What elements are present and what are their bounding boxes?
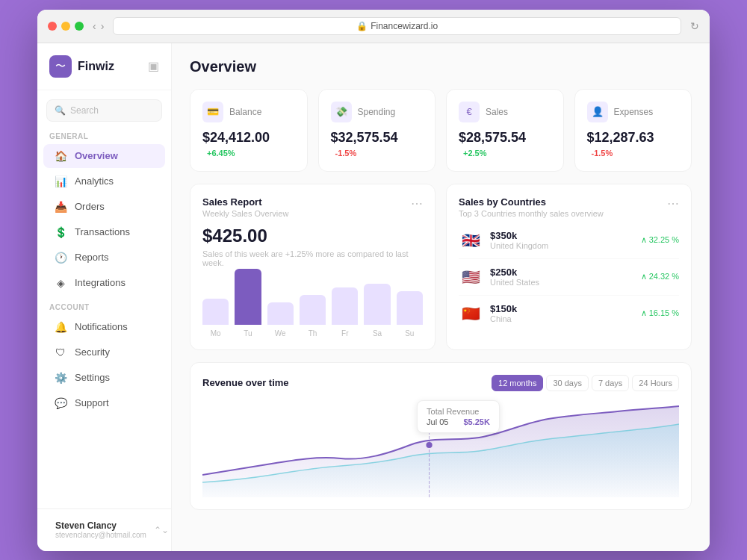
sidebar-label-notifications: Notifications <box>75 321 128 332</box>
metric-card-sales: € Sales $28,575.54 +2.5% <box>446 89 564 172</box>
home-icon: 🏠 <box>54 150 67 162</box>
filter-24hours[interactable]: 24 Hours <box>632 375 679 391</box>
bar-label-sa: Sa <box>373 329 382 337</box>
bar-label-th: Th <box>309 329 317 337</box>
flag-uk: 🇬🇧 <box>459 228 483 252</box>
country-item-cn: 🇨🇳 $150k China ∧ 16.15 % <box>459 296 679 332</box>
country-amount-cn: $150k <box>490 303 633 314</box>
revenue-title: Revenue over time <box>202 377 289 388</box>
country-item-us: 🇺🇸 $250k United States ∧ 24.32 % <box>459 259 679 296</box>
settings-icon: ⚙️ <box>54 372 67 384</box>
country-name-us: United States <box>490 278 633 287</box>
sidebar-item-security[interactable]: 🛡 Security <box>43 340 165 364</box>
tooltip-date: Jul 05 <box>427 417 448 426</box>
countries-subtitle: Top 3 Countries monthly sales overview <box>459 209 604 218</box>
logo-icon: 〜 <box>49 55 72 78</box>
sales-report-title: Sales Report <box>202 196 288 208</box>
sidebar-label-settings: Settings <box>75 372 110 383</box>
bar-sa <box>364 284 390 325</box>
sidebar-item-overview[interactable]: 🏠 Overview <box>43 144 165 168</box>
country-name-uk: United Kingdom <box>490 241 633 250</box>
sidebar-item-support[interactable]: 💬 Support <box>43 391 165 415</box>
bar-col-th: Th <box>300 295 326 337</box>
bar-tu <box>235 269 261 325</box>
url-text: Financewizard.io <box>371 21 438 31</box>
bar-mo <box>202 299 229 325</box>
sales-report-panel: Sales Report Weekly Sales Overview ⋯ $42… <box>190 184 436 350</box>
revenue-tooltip: Total Revenue Jul 05 $5.25K <box>417 400 500 433</box>
orders-icon: 📥 <box>54 201 67 213</box>
sales-report-note: Sales of this week are +1.25% more as co… <box>202 249 423 267</box>
minimize-button[interactable] <box>61 22 70 31</box>
search-placeholder: Search <box>70 105 99 116</box>
address-bar[interactable]: 🔒 Financewizard.io <box>113 17 681 35</box>
notifications-icon: 🔔 <box>54 321 67 333</box>
sidebar-item-orders[interactable]: 📥 Orders <box>43 195 165 219</box>
metric-card-spending: 💸 Spending $32,575.54 -1.5% <box>318 89 436 172</box>
bar-label-fr: Fr <box>341 329 348 337</box>
sidebar-item-analytics[interactable]: 📊 Analytics <box>43 169 165 193</box>
analytics-icon: 📊 <box>54 175 67 187</box>
sidebar-item-settings[interactable]: ⚙️ Settings <box>43 366 165 390</box>
spending-icon: 💸 <box>331 102 352 122</box>
bar-col-tu: Tu <box>235 269 261 337</box>
sales-icon: € <box>459 102 480 122</box>
sidebar-item-integrations[interactable]: ◈ Integrations <box>43 271 165 295</box>
sidebar-item-reports[interactable]: 🕐 Reports <box>43 246 165 270</box>
sidebar: 〜 Finwiz ▣ 🔍 Search General 🏠 Overview 📊… <box>37 43 172 551</box>
bar-col-we: We <box>267 302 294 337</box>
expenses-change: -1.5% <box>592 149 613 158</box>
tooltip-label: Total Revenue <box>427 407 490 416</box>
bar-fr <box>332 287 358 325</box>
balance-icon: 💳 <box>202 102 223 122</box>
country-info-uk: $350k United Kingdom <box>490 230 633 250</box>
svg-point-1 <box>426 442 432 448</box>
flag-cn: 🇨🇳 <box>459 302 483 326</box>
sidebar-item-notifications[interactable]: 🔔 Notifications <box>43 315 165 339</box>
country-change-cn: ∧ 16.15 % <box>641 308 679 318</box>
country-info-cn: $150k China <box>490 303 633 323</box>
lock-icon: 🔒 <box>356 21 368 31</box>
general-section-label: General <box>37 125 171 143</box>
transactions-icon: 💲 <box>54 226 67 238</box>
nav-forward-icon[interactable]: › <box>101 20 105 32</box>
nav-back-icon[interactable]: ‹ <box>93 20 96 32</box>
country-amount-us: $250k <box>490 267 633 278</box>
sidebar-label-support: Support <box>75 397 109 408</box>
revenue-chart-area: Total Revenue Jul 05 $5.25K <box>202 400 679 497</box>
bar-su <box>397 291 423 325</box>
bar-we <box>267 302 294 325</box>
countries-menu-icon[interactable]: ⋯ <box>667 196 679 211</box>
expenses-icon: 👤 <box>587 102 608 122</box>
sales-report-menu-icon[interactable]: ⋯ <box>411 196 423 211</box>
bottom-panels: Sales Report Weekly Sales Overview ⋯ $42… <box>190 184 692 350</box>
bar-chart: Mo Tu We Th <box>202 278 423 337</box>
user-profile[interactable]: SC Steven Clancy stevenclancy@hotmail.co… <box>37 508 171 551</box>
sidebar-label-orders: Orders <box>75 201 105 212</box>
metric-card-balance: 💳 Balance $24,412.00 +6.45% <box>190 89 308 172</box>
filter-12months[interactable]: 12 months <box>492 375 543 391</box>
close-button[interactable] <box>48 22 57 31</box>
sidebar-toggle-icon[interactable]: ▣ <box>148 59 159 73</box>
filter-30days[interactable]: 30 days <box>546 375 589 391</box>
reports-icon: 🕐 <box>54 252 67 264</box>
account-section-label: Account <box>37 296 171 314</box>
search-input[interactable]: 🔍 Search <box>46 99 162 122</box>
balance-label: Balance <box>229 107 261 117</box>
search-icon: 🔍 <box>55 105 66 116</box>
sidebar-item-transactions[interactable]: 💲 Transactions <box>43 220 165 244</box>
refresh-icon[interactable]: ↻ <box>690 20 699 32</box>
user-email: stevenclancy@hotmail.com <box>55 531 146 539</box>
bar-col-fr: Fr <box>332 287 358 337</box>
user-info: Steven Clancy stevenclancy@hotmail.com <box>55 520 146 539</box>
sales-report-amount: $425.00 <box>202 225 423 246</box>
bar-label-we: We <box>275 329 286 337</box>
traffic-lights <box>48 22 84 31</box>
maximize-button[interactable] <box>75 22 84 31</box>
bar-col-sa: Sa <box>364 284 390 337</box>
expenses-value: $12,287.63 <box>587 130 654 145</box>
sales-value: $28,575.54 <box>459 130 526 145</box>
revenue-panel: Revenue over time 12 months 30 days 7 da… <box>190 362 692 510</box>
filter-7days[interactable]: 7 days <box>592 375 629 391</box>
sidebar-label-analytics: Analytics <box>75 175 114 187</box>
